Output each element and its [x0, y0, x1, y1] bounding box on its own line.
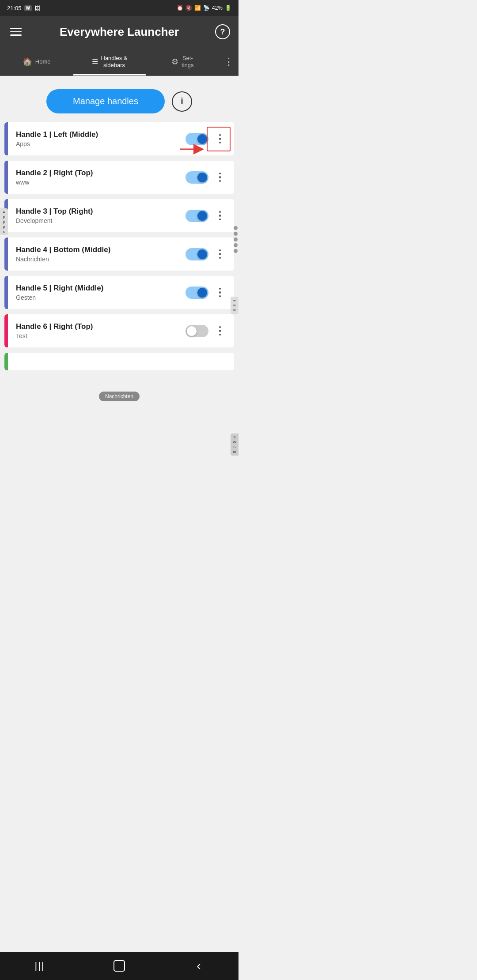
- sidebar-dot-1: [234, 226, 238, 230]
- right-mini-sidebar-2: S W S m: [231, 433, 238, 456]
- battery-text: 42%: [212, 5, 223, 11]
- w-icon: W: [24, 5, 32, 11]
- tab-settings-label: Set-tings: [182, 55, 193, 68]
- right-mini-sidebar: w w w: [231, 297, 238, 314]
- handle-1-indicator: [4, 122, 8, 155]
- handle-2-text: Handle 2 | Right (Top) www: [12, 169, 186, 186]
- handle-card-1: Handle 1 | Left (Middle) Apps: [4, 122, 234, 155]
- tab-home[interactable]: 🏠 Home: [0, 48, 73, 75]
- handle-6-toggle[interactable]: [186, 325, 208, 337]
- tab-handles-sidebars[interactable]: ☰ Handles &sidebars: [73, 48, 146, 75]
- settings-icon: ⚙: [171, 57, 178, 67]
- tab-handles-label: Handles &sidebars: [101, 55, 128, 68]
- app-bar: Everywhere Launcher ?: [0, 16, 238, 48]
- sidebar-dot-5: [234, 249, 238, 253]
- handle-card-3: Handle 3 | Top (Right) Development: [4, 199, 234, 232]
- left-mini-sidebar: A p p p s: [0, 208, 8, 235]
- handle-card-5: Handle 5 | Right (Middle) Gesten: [4, 276, 234, 309]
- handle-5-indicator: [4, 276, 8, 309]
- handle-5-text: Handle 5 | Right (Middle) Gesten: [12, 284, 186, 301]
- tab-bar: 🏠 Home ☰ Handles &sidebars ⚙ Set-tings ⋮: [0, 48, 238, 76]
- handle-2-menu-button[interactable]: [212, 170, 228, 185]
- handle-1-actions: [186, 131, 228, 147]
- handle-6-text: Handle 6 | Right (Top) Test: [12, 322, 186, 339]
- battery-icon: 🔋: [225, 5, 231, 11]
- handle-4-indicator: [4, 237, 8, 271]
- handle-2-title: Handle 2 | Right (Top): [16, 169, 186, 177]
- sidebar-dot-2: [234, 232, 238, 236]
- handle-1-title: Handle 1 | Left (Middle): [16, 130, 186, 139]
- main-content: Manage handles i Handle 1 | Left (Middle…: [0, 76, 238, 437]
- handle-6-title: Handle 6 | Right (Top): [16, 322, 186, 331]
- handle-1-toggle[interactable]: [186, 133, 208, 145]
- handle-4-toggle-knob: [197, 249, 207, 259]
- alarm-icon: ⏰: [177, 5, 183, 11]
- handle-5-actions: [186, 285, 228, 301]
- handle-4-text: Handle 4 | Bottom (Middle) Nachrichten: [12, 245, 186, 263]
- info-icon: i: [181, 96, 183, 106]
- tab-home-label: Home: [35, 58, 51, 65]
- status-left: 21:05 W 🖼: [7, 5, 40, 11]
- handle-6-actions: [186, 323, 228, 339]
- handle-2-toggle[interactable]: [186, 171, 208, 184]
- handle-5-toggle[interactable]: [186, 286, 208, 299]
- handle-3-actions: [186, 208, 228, 224]
- sidebar-dot-4: [234, 243, 238, 247]
- handle-6-toggle-knob: [187, 326, 197, 336]
- status-right: ⏰ 🔇 📶 📡 42% 🔋: [177, 5, 231, 11]
- handle-4-actions: [186, 246, 228, 262]
- app-title: Everywhere Launcher: [24, 25, 215, 39]
- image-icon: 🖼: [34, 5, 40, 11]
- handle-3-menu-button[interactable]: [212, 208, 228, 224]
- handle-card-2: Handle 2 | Right (Top) www: [4, 161, 234, 194]
- handle-3-title: Handle 3 | Top (Right): [16, 207, 186, 216]
- time: 21:05: [7, 5, 22, 11]
- handle-6-indicator: [4, 314, 8, 347]
- home-icon: 🏠: [23, 57, 32, 67]
- right-sidebar-dots: [234, 226, 238, 253]
- handle-7-indicator: [4, 353, 8, 370]
- handle-2-subtitle: www: [16, 179, 186, 186]
- handle-list: Handle 1 | Left (Middle) Apps: [0, 122, 238, 401]
- handle-card-4: Handle 4 | Bottom (Middle) Nachrichten: [4, 237, 234, 271]
- handle-3-toggle[interactable]: [186, 210, 208, 222]
- handle-1-toggle-knob: [197, 134, 207, 144]
- hamburger-icon: [10, 28, 22, 36]
- help-circle-icon: ?: [215, 24, 230, 39]
- handle-5-menu-button[interactable]: [212, 285, 228, 301]
- handle-1-menu-button[interactable]: [212, 131, 228, 147]
- help-button[interactable]: ?: [215, 24, 231, 40]
- handle-3-subtitle: Development: [16, 217, 186, 224]
- mute-icon: 🔇: [186, 5, 192, 11]
- signal-icon: 📡: [203, 5, 210, 11]
- handle-5-title: Handle 5 | Right (Middle): [16, 284, 186, 293]
- manage-handles-button[interactable]: Manage handles: [46, 89, 165, 113]
- info-button[interactable]: i: [172, 91, 192, 112]
- floating-nachrichten-label: Nachrichten: [99, 392, 140, 401]
- handle-6-subtitle: Test: [16, 332, 186, 339]
- handles-icon: ☰: [92, 57, 98, 66]
- handle-card-7-partial: [4, 353, 234, 370]
- handle-4-subtitle: Nachrichten: [16, 256, 186, 263]
- wifi-icon: 📶: [194, 5, 201, 11]
- handle-4-title: Handle 4 | Bottom (Middle): [16, 245, 186, 254]
- handle-5-subtitle: Gesten: [16, 294, 186, 301]
- handle-6-menu-button[interactable]: [212, 323, 228, 339]
- status-bar: 21:05 W 🖼 ⏰ 🔇 📶 📡 42% 🔋: [0, 0, 238, 16]
- handle-4-toggle[interactable]: [186, 248, 208, 260]
- handle-1-text: Handle 1 | Left (Middle) Apps: [12, 130, 186, 147]
- tab-settings[interactable]: ⚙ Set-tings: [146, 48, 219, 75]
- handle-card-6: Handle 6 | Right (Top) Test: [4, 314, 234, 347]
- handle-2-actions: [186, 170, 228, 185]
- manage-handles-row: Manage handles i: [0, 85, 238, 122]
- hamburger-menu-button[interactable]: [8, 24, 24, 40]
- handle-4-menu-button[interactable]: [212, 246, 228, 262]
- handle-2-indicator: [4, 161, 8, 194]
- handle-1-subtitle: Apps: [16, 140, 186, 147]
- handle-2-toggle-knob: [197, 173, 207, 182]
- handle-3-toggle-knob: [197, 211, 207, 221]
- more-menu-button[interactable]: ⋮: [219, 48, 238, 75]
- handle-3-text: Handle 3 | Top (Right) Development: [12, 207, 186, 224]
- sidebar-dot-3: [234, 237, 238, 241]
- handle-5-toggle-knob: [197, 288, 207, 298]
